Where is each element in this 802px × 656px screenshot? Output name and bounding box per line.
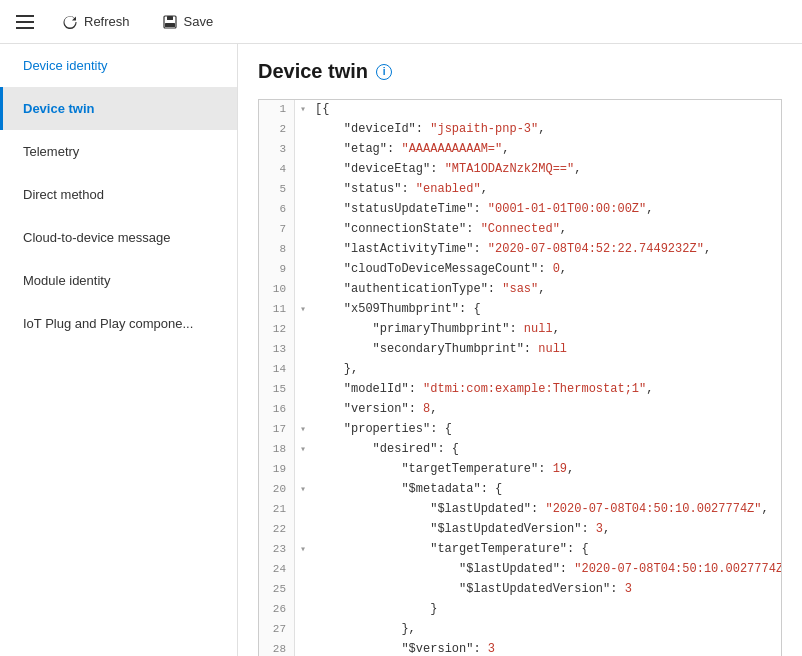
- line-gutter[interactable]: ▾: [295, 480, 311, 500]
- line-gutter: [295, 200, 311, 220]
- code-line: 19 "targetTemperature": 19,: [259, 460, 781, 480]
- code-line: 2 "deviceId": "jspaith-pnp-3",: [259, 120, 781, 140]
- code-line: 9 "cloudToDeviceMessageCount": 0,: [259, 260, 781, 280]
- content-area: Device twin i 1▾[{2 "deviceId": "jspaith…: [238, 44, 802, 656]
- line-gutter[interactable]: ▾: [295, 540, 311, 560]
- line-number: 25: [259, 580, 295, 600]
- line-number: 18: [259, 440, 295, 460]
- line-content: "$metadata": {: [311, 480, 781, 500]
- code-line: 20▾ "$metadata": {: [259, 480, 781, 500]
- line-content: },: [311, 360, 781, 380]
- code-line: 13 "secondaryThumbprint": null: [259, 340, 781, 360]
- line-content: "connectionState": "Connected",: [311, 220, 781, 240]
- line-number: 19: [259, 460, 295, 480]
- line-content: "$version": 3: [311, 640, 781, 656]
- line-content: "deviceEtag": "MTA1ODAzNzk2MQ==",: [311, 160, 781, 180]
- line-gutter[interactable]: ▾: [295, 300, 311, 320]
- sidebar-item-cloud-to-device[interactable]: Cloud-to-device message: [0, 216, 237, 259]
- line-gutter: [295, 520, 311, 540]
- line-gutter: [295, 220, 311, 240]
- line-content: "version": 8,: [311, 400, 781, 420]
- line-gutter: [295, 280, 311, 300]
- line-number: 17: [259, 420, 295, 440]
- line-number: 15: [259, 380, 295, 400]
- line-gutter[interactable]: ▾: [295, 440, 311, 460]
- line-content: "targetTemperature": 19,: [311, 460, 781, 480]
- line-content: "targetTemperature": {: [311, 540, 781, 560]
- sidebar-item-device-identity[interactable]: Device identity: [0, 44, 237, 87]
- line-gutter[interactable]: ▾: [295, 100, 311, 120]
- line-content: "modelId": "dtmi:com:example:Thermostat;…: [311, 380, 781, 400]
- hamburger-menu[interactable]: [12, 11, 38, 33]
- svg-rect-1: [167, 16, 173, 20]
- line-content: "properties": {: [311, 420, 781, 440]
- line-number: 20: [259, 480, 295, 500]
- line-number: 26: [259, 600, 295, 620]
- line-gutter: [295, 640, 311, 656]
- code-line: 23▾ "targetTemperature": {: [259, 540, 781, 560]
- line-gutter: [295, 260, 311, 280]
- code-line: 27 },: [259, 620, 781, 640]
- line-gutter: [295, 380, 311, 400]
- refresh-button[interactable]: Refresh: [54, 10, 138, 34]
- line-gutter: [295, 340, 311, 360]
- line-number: 22: [259, 520, 295, 540]
- info-icon[interactable]: i: [376, 64, 392, 80]
- save-button[interactable]: Save: [154, 10, 222, 34]
- line-number: 21: [259, 500, 295, 520]
- line-gutter: [295, 500, 311, 520]
- top-bar: Refresh Save: [0, 0, 802, 44]
- code-line: 3 "etag": "AAAAAAAAAAM=",: [259, 140, 781, 160]
- line-number: 14: [259, 360, 295, 380]
- line-content: "cloudToDeviceMessageCount": 0,: [311, 260, 781, 280]
- line-number: 23: [259, 540, 295, 560]
- code-line: 17▾ "properties": {: [259, 420, 781, 440]
- code-line: 4 "deviceEtag": "MTA1ODAzNzk2MQ==",: [259, 160, 781, 180]
- line-gutter: [295, 140, 311, 160]
- line-number: 6: [259, 200, 295, 220]
- code-line: 6 "statusUpdateTime": "0001-01-01T00:00:…: [259, 200, 781, 220]
- code-line: 10 "authenticationType": "sas",: [259, 280, 781, 300]
- code-editor[interactable]: 1▾[{2 "deviceId": "jspaith-pnp-3",3 "eta…: [258, 99, 782, 656]
- line-content: "etag": "AAAAAAAAAAM=",: [311, 140, 781, 160]
- sidebar-item-module-identity[interactable]: Module identity: [0, 259, 237, 302]
- line-content: "secondaryThumbprint": null: [311, 340, 781, 360]
- line-content: "$lastUpdated": "2020-07-08T04:50:10.002…: [311, 500, 781, 520]
- line-gutter: [295, 580, 311, 600]
- line-gutter: [295, 360, 311, 380]
- code-line: 8 "lastActivityTime": "2020-07-08T04:52:…: [259, 240, 781, 260]
- line-gutter: [295, 560, 311, 580]
- line-number: 2: [259, 120, 295, 140]
- line-number: 4: [259, 160, 295, 180]
- line-content: "$lastUpdatedVersion": 3: [311, 580, 781, 600]
- code-line: 21 "$lastUpdated": "2020-07-08T04:50:10.…: [259, 500, 781, 520]
- line-gutter: [295, 620, 311, 640]
- line-content: "x509Thumbprint": {: [311, 300, 781, 320]
- line-number: 11: [259, 300, 295, 320]
- sidebar-item-iot-plug[interactable]: IoT Plug and Play compone...: [0, 302, 237, 345]
- line-number: 7: [259, 220, 295, 240]
- code-line: 15 "modelId": "dtmi:com:example:Thermost…: [259, 380, 781, 400]
- line-gutter: [295, 600, 311, 620]
- line-gutter[interactable]: ▾: [295, 420, 311, 440]
- code-line: 12 "primaryThumbprint": null,: [259, 320, 781, 340]
- code-line: 11▾ "x509Thumbprint": {: [259, 300, 781, 320]
- refresh-icon: [62, 14, 78, 30]
- code-line: 25 "$lastUpdatedVersion": 3: [259, 580, 781, 600]
- line-gutter: [295, 400, 311, 420]
- sidebar-item-direct-method[interactable]: Direct method: [0, 173, 237, 216]
- line-content: "$lastUpdated": "2020-07-08T04:50:10.002…: [311, 560, 782, 580]
- line-number: 10: [259, 280, 295, 300]
- line-content: },: [311, 620, 781, 640]
- line-number: 27: [259, 620, 295, 640]
- line-gutter: [295, 180, 311, 200]
- sidebar-item-device-twin[interactable]: Device twin: [0, 87, 237, 130]
- svg-rect-2: [165, 23, 175, 27]
- sidebar: Device identity Device twin Telemetry Di…: [0, 44, 238, 656]
- line-content: }: [311, 600, 781, 620]
- code-line: 1▾[{: [259, 100, 781, 120]
- code-line: 16 "version": 8,: [259, 400, 781, 420]
- code-line: 22 "$lastUpdatedVersion": 3,: [259, 520, 781, 540]
- sidebar-item-telemetry[interactable]: Telemetry: [0, 130, 237, 173]
- line-content: "status": "enabled",: [311, 180, 781, 200]
